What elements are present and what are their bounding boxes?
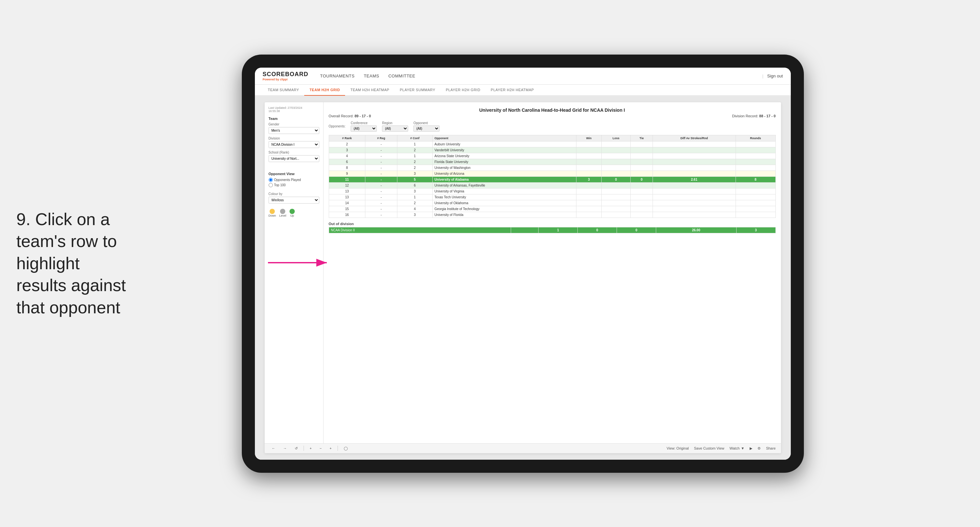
filter-conference-select[interactable]: (All) <box>351 126 377 132</box>
cell-diff <box>652 153 736 159</box>
cell-rounds <box>736 182 775 188</box>
cell-loss <box>601 165 631 170</box>
cell-rounds <box>736 188 775 194</box>
color-legend: Down Level Up <box>269 209 319 217</box>
nav-teams[interactable]: TEAMS <box>364 73 379 78</box>
data-table: # Rank # Reg # Conf Opponent Win Loss Ti… <box>329 135 776 218</box>
cell-conf: 2 <box>397 200 432 206</box>
redo-btn[interactable]: → <box>282 446 289 451</box>
table-row[interactable]: 4-1Arizona State University <box>329 153 775 159</box>
filter-opponent-select[interactable]: (All) <box>414 126 439 132</box>
ood-rounds: 3 <box>736 227 775 233</box>
cell-opponent: University of Arizona <box>432 170 576 177</box>
gender-label: Gender <box>269 123 319 126</box>
instruction-text: 9. Click on a team's row to highlight re… <box>16 209 127 319</box>
nav-committee[interactable]: COMMITTEE <box>388 73 415 78</box>
colour-by-label: Colour by <box>269 192 319 196</box>
cell-reg: - <box>365 212 397 218</box>
app-header: SCOREBOARD Powered by clippi TOURNAMENTS… <box>255 68 791 84</box>
sub-nav-team-h2h-grid[interactable]: TEAM H2H GRID <box>304 84 345 96</box>
presentation-btn[interactable]: ▶ <box>749 446 752 451</box>
tablet-device: SCOREBOARD Powered by clippi TOURNAMENTS… <box>242 54 804 473</box>
cell-tie: 0 <box>631 177 653 182</box>
cell-reg: - <box>365 177 397 182</box>
cell-diff <box>652 200 736 206</box>
cell-tie <box>631 170 653 177</box>
panel-team-section: Team <box>269 117 319 121</box>
filter-region-select[interactable]: (All) <box>382 126 408 132</box>
table-row[interactable]: 2-1Auburn University <box>329 141 775 147</box>
cell-win <box>576 212 601 218</box>
table-row[interactable]: 11-5University of Alabama3002.618 <box>329 177 775 182</box>
share-btn[interactable]: Share <box>766 446 775 450</box>
col-diff: Diff Av Strokes/Rnd <box>652 135 736 141</box>
cell-reg: - <box>365 141 397 147</box>
table-row[interactable]: 6-2Florida State University <box>329 159 775 165</box>
sub-nav-player-summary[interactable]: PLAYER SUMMARY <box>395 84 441 96</box>
cell-conf: 1 <box>397 153 432 159</box>
cell-tie <box>631 147 653 153</box>
cell-tie <box>631 212 653 218</box>
logo-area: SCOREBOARD Powered by clippi <box>263 71 309 81</box>
cell-opponent: Vanderbilt University <box>432 147 576 153</box>
cell-win <box>576 165 601 170</box>
back-btn[interactable]: ↺ <box>293 446 300 451</box>
cell-loss <box>601 170 631 177</box>
school-select[interactable]: University of Nort... <box>269 155 319 162</box>
cell-loss <box>601 182 631 188</box>
settings-btn[interactable]: ⚙ <box>757 446 761 451</box>
table-row[interactable]: 16-3University of Florida <box>329 212 775 218</box>
cell-rounds <box>736 147 775 153</box>
watch-btn[interactable]: Watch ▼ <box>729 446 745 450</box>
cell-reg: - <box>365 147 397 153</box>
nav-tournaments[interactable]: TOURNAMENTS <box>320 73 355 78</box>
view-original-btn[interactable]: View: Original <box>667 446 689 450</box>
cell-loss: 0 <box>601 177 631 182</box>
radio-top-100[interactable]: Top 100 <box>269 183 319 187</box>
grid-records: Overall Record: 89 - 17 - 0 Division Rec… <box>329 114 776 118</box>
col-rank: # Rank <box>329 135 365 141</box>
out-of-division-row[interactable]: NCAA Division II 1 0 0 26.00 3 <box>329 227 775 233</box>
sub-nav-player-h2h-heatmap[interactable]: PLAYER H2H HEATMAP <box>485 84 539 96</box>
cell-rank: 14 <box>329 200 365 206</box>
toolbar-right: View: Original Save Custom View Watch ▼ … <box>667 446 775 451</box>
sub-nav-team-h2h-heatmap[interactable]: TEAM H2H HEATMAP <box>345 84 395 96</box>
cell-diff <box>652 194 736 200</box>
cell-rank: 2 <box>329 141 365 147</box>
table-row[interactable]: 9-3University of Arizona <box>329 170 775 177</box>
clock-btn[interactable]: ◯ <box>342 446 350 451</box>
table-row[interactable]: 13-1Texas Tech University <box>329 194 775 200</box>
table-row[interactable]: 13-3University of Virginia <box>329 188 775 194</box>
cell-opponent: University of Alabama <box>432 177 576 182</box>
zoom-out-btn[interactable]: − <box>318 446 323 451</box>
zoom-in-btn[interactable]: + <box>308 446 314 451</box>
opponent-view-label: Opponent View <box>269 172 319 176</box>
sub-nav-player-h2h-grid[interactable]: PLAYER H2H GRID <box>441 84 485 96</box>
sub-nav-team-summary[interactable]: TEAM SUMMARY <box>263 84 305 96</box>
filter-opponent: Opponent (All) <box>414 121 439 132</box>
sign-out-link[interactable]: Sign out <box>767 73 783 78</box>
colour-by-select[interactable]: Win/loss <box>269 197 319 204</box>
undo-btn[interactable]: ← <box>270 446 277 451</box>
radio-opponents-played[interactable]: Opponents Played <box>269 178 319 182</box>
cell-win <box>576 141 601 147</box>
save-custom-view-btn[interactable]: Save Custom View <box>694 446 724 450</box>
cell-loss <box>601 212 631 218</box>
cell-rounds <box>736 206 775 212</box>
cell-rounds <box>736 159 775 165</box>
division-select[interactable]: NCAA Division I <box>269 141 319 148</box>
cell-win <box>576 206 601 212</box>
gender-select[interactable]: Men's <box>269 127 319 134</box>
table-row[interactable]: 8-2University of Washington <box>329 165 775 170</box>
table-row[interactable]: 12-6University of Arkansas, Fayetteville <box>329 182 775 188</box>
division-record: Division Record: 88 - 17 - 0 <box>732 114 775 118</box>
table-row[interactable]: 3-2Vanderbilt University <box>329 147 775 153</box>
cell-opponent: Texas Tech University <box>432 194 576 200</box>
table-row[interactable]: 15-4Georgia Institute of Technology <box>329 206 775 212</box>
header-right: | Sign out <box>762 73 783 78</box>
add-btn[interactable]: + <box>328 446 333 451</box>
table-row[interactable]: 14-2University of Oklahoma <box>329 200 775 206</box>
cell-rank: 8 <box>329 165 365 170</box>
cell-loss <box>601 153 631 159</box>
cell-opponent: University of Oklahoma <box>432 200 576 206</box>
